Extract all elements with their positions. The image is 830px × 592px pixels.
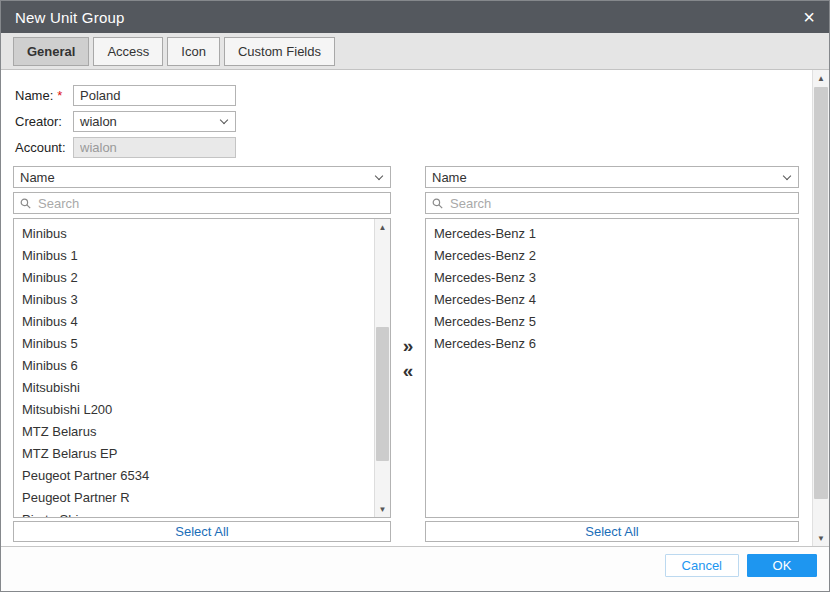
creator-label: Creator:	[15, 114, 73, 129]
ok-button[interactable]: OK	[747, 554, 817, 577]
right-select-all-button[interactable]: Select All	[425, 521, 799, 542]
name-label: Name: *	[15, 88, 73, 103]
tab-custom-fields[interactable]: Custom Fields	[224, 37, 335, 66]
available-units-list: MinibusMinibus 1Minibus 2Minibus 3Minibu…	[13, 218, 391, 518]
selected-units-panel: Name Mercedes-Benz 1Mercedes-Benz 2Merce…	[425, 166, 799, 542]
list-item[interactable]: Mitsubishi	[14, 377, 374, 399]
list-item[interactable]: Peugeot Partner 6534	[14, 465, 374, 487]
required-marker: *	[57, 88, 62, 103]
tab-bar: General Access Icon Custom Fields	[1, 33, 829, 70]
main-scrollbar-thumb[interactable]	[814, 87, 828, 499]
scroll-up-icon[interactable]: ▲	[375, 219, 390, 235]
list-item[interactable]: Minibus 1	[14, 245, 374, 267]
list-item[interactable]: MTZ Belarus EP	[14, 443, 374, 465]
list-item[interactable]: Mercedes-Benz 6	[426, 333, 798, 355]
left-select-all-button[interactable]: Select All	[13, 521, 391, 542]
list-item[interactable]: Peugeot Partner R	[14, 487, 374, 509]
group-properties-form: Name: * Creator: wialon Account:	[15, 85, 236, 163]
left-search-input[interactable]	[36, 195, 384, 212]
search-icon	[432, 198, 443, 209]
left-list-scrollbar[interactable]: ▲ ▼	[374, 219, 390, 517]
title-bar: New Unit Group ×	[1, 1, 829, 33]
footer: Cancel OK	[1, 546, 829, 591]
left-sort-value: Name	[20, 170, 55, 185]
list-item[interactable]: Minibus 2	[14, 267, 374, 289]
right-search-input[interactable]	[448, 195, 792, 212]
list-item[interactable]: Mercedes-Benz 1	[426, 223, 798, 245]
left-scrollbar-thumb[interactable]	[376, 327, 389, 461]
tab-icon[interactable]: Icon	[167, 37, 220, 66]
chevron-down-icon	[783, 171, 791, 179]
tab-access[interactable]: Access	[93, 37, 163, 66]
account-field-row: Account:	[15, 137, 236, 158]
name-input[interactable]	[73, 85, 236, 106]
available-units-items: MinibusMinibus 1Minibus 2Minibus 3Minibu…	[14, 223, 374, 518]
new-unit-group-dialog: New Unit Group × General Access Icon Cus…	[0, 0, 830, 592]
move-left-button[interactable]: «	[403, 361, 414, 380]
chevron-down-icon	[375, 171, 383, 179]
left-sort-select[interactable]: Name	[13, 166, 391, 188]
dialog-title: New Unit Group	[15, 9, 125, 26]
name-field-row: Name: *	[15, 85, 236, 106]
account-input	[73, 137, 236, 158]
list-item[interactable]: Mercedes-Benz 5	[426, 311, 798, 333]
chevron-down-icon	[220, 116, 228, 124]
move-right-button[interactable]: »	[403, 336, 414, 355]
list-item[interactable]: Mitsubishi L200	[14, 399, 374, 421]
right-search-box	[425, 192, 799, 214]
close-icon[interactable]: ×	[801, 7, 817, 27]
list-item[interactable]: Mercedes-Benz 3	[426, 267, 798, 289]
available-units-panel: Name MinibusMinibus 1Minibus 2Minibus 3M…	[13, 166, 391, 542]
account-label: Account:	[15, 140, 73, 155]
creator-select-value: wialon	[80, 114, 117, 129]
creator-select[interactable]: wialon	[73, 111, 236, 132]
list-item[interactable]: Minibus	[14, 223, 374, 245]
selected-units-items: Mercedes-Benz 1Mercedes-Benz 2Mercedes-B…	[426, 223, 798, 355]
tab-general[interactable]: General	[13, 37, 89, 66]
list-item[interactable]: Minibus 6	[14, 355, 374, 377]
list-item[interactable]: Pirate Ship	[14, 509, 374, 518]
dialog-content: Name: * Creator: wialon Account: Name	[1, 70, 829, 546]
search-icon	[20, 198, 31, 209]
list-item[interactable]: Mercedes-Benz 2	[426, 245, 798, 267]
selected-units-list: Mercedes-Benz 1Mercedes-Benz 2Mercedes-B…	[425, 218, 799, 518]
scroll-up-icon[interactable]: ▲	[813, 70, 829, 86]
list-item[interactable]: Minibus 5	[14, 333, 374, 355]
list-item[interactable]: Mercedes-Benz 4	[426, 289, 798, 311]
creator-field-row: Creator: wialon	[15, 111, 236, 132]
list-item[interactable]: Minibus 3	[14, 289, 374, 311]
scroll-down-icon[interactable]: ▼	[375, 501, 390, 517]
list-item[interactable]: Minibus 4	[14, 311, 374, 333]
left-search-box	[13, 192, 391, 214]
main-scrollbar[interactable]: ▲ ▼	[812, 70, 829, 546]
name-label-text: Name:	[15, 88, 53, 103]
right-sort-select[interactable]: Name	[425, 166, 799, 188]
list-item[interactable]: MTZ Belarus	[14, 421, 374, 443]
transfer-controls: » «	[391, 336, 425, 380]
cancel-button[interactable]: Cancel	[665, 554, 739, 577]
right-sort-value: Name	[432, 170, 467, 185]
scroll-down-icon[interactable]: ▼	[813, 530, 829, 546]
